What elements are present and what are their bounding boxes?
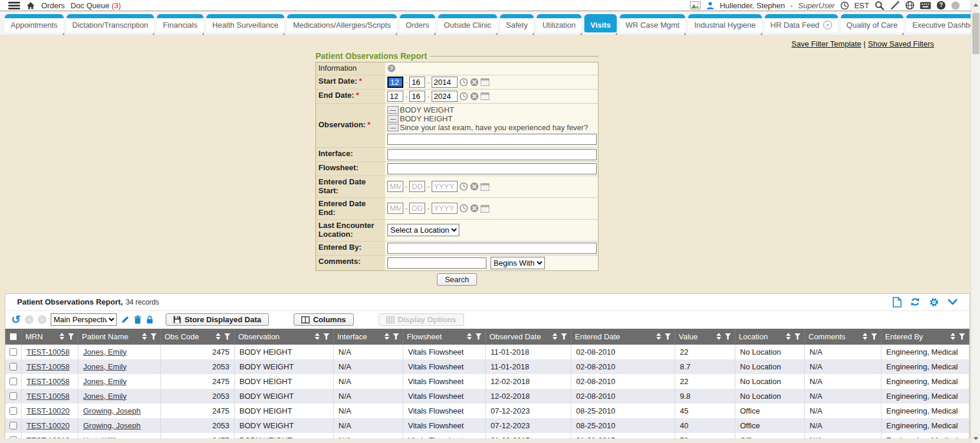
comments-match-select[interactable]: Begins With	[491, 257, 545, 269]
user-icon[interactable]	[706, 1, 715, 10]
filter-funnel-icon[interactable]	[794, 333, 801, 340]
home-icon[interactable]	[26, 1, 35, 10]
row-checkbox[interactable]	[9, 348, 17, 356]
tab-industrial-hygiene[interactable]: Industrial Hygiene	[688, 14, 761, 32]
end-date-year-input[interactable]	[432, 91, 458, 102]
start-date-month-input[interactable]	[387, 77, 403, 88]
column-header-entered-by[interactable]: Entered By	[882, 329, 969, 345]
entered-date-end-month-input[interactable]	[387, 203, 403, 214]
entered-date-end-year-input[interactable]	[432, 203, 458, 214]
search-icon[interactable]	[874, 1, 884, 11]
clear-date-icon[interactable]	[470, 92, 479, 101]
store-displayed-data-button[interactable]: Store Displayed Data	[166, 313, 269, 326]
column-header-value[interactable]: Value	[675, 329, 735, 345]
sort-icon[interactable]	[315, 333, 320, 340]
filter-funnel-icon[interactable]	[561, 333, 567, 340]
tab-outside-clinic[interactable]: Outside Clinic	[438, 14, 497, 32]
column-header-observation[interactable]: Observation	[235, 329, 334, 345]
tab-visits[interactable]: Visits	[584, 14, 616, 32]
tab-medications-allergies-scripts[interactable]: Medications/Allergies/Scripts	[287, 14, 397, 32]
entered-date-start-year-input[interactable]	[432, 181, 458, 192]
scroll-up-arrow[interactable]	[971, 0, 980, 9]
patient-name-link[interactable]: Growing, Joseph	[83, 406, 141, 415]
time-picker-icon[interactable]	[459, 92, 468, 101]
sort-icon[interactable]	[553, 333, 557, 340]
mrn-link[interactable]: TEST-10058	[27, 392, 70, 401]
new-document-icon[interactable]	[893, 297, 902, 308]
photo-icon[interactable]	[690, 1, 701, 9]
tab-financials[interactable]: Financials	[157, 14, 203, 32]
entered-by-input[interactable]	[387, 243, 597, 254]
collapse-chevron-icon[interactable]	[948, 298, 958, 306]
entered-date-start-month-input[interactable]	[387, 181, 403, 192]
location-select[interactable]: Select a Location	[387, 224, 459, 236]
calendar-icon[interactable]	[481, 204, 489, 213]
remove-observation-button[interactable]: —	[387, 124, 399, 131]
reset-perspective-icon[interactable]: ↺	[11, 314, 21, 325]
column-header-flowsheet[interactable]: Flowsheet	[403, 329, 486, 345]
filter-funnel-icon[interactable]	[393, 333, 399, 340]
sort-icon[interactable]	[384, 333, 389, 340]
column-header-obs-code[interactable]: Obs Code	[161, 329, 235, 345]
sort-icon[interactable]	[716, 333, 721, 340]
time-picker-icon[interactable]	[459, 182, 468, 191]
sort-icon[interactable]	[786, 333, 791, 340]
filter-funnel-icon[interactable]	[725, 333, 731, 340]
column-header-entered-date[interactable]: Entered Date	[571, 329, 675, 345]
perspective-select[interactable]: Main Perspective	[51, 313, 117, 326]
save-filter-template-link[interactable]: Save Filter Template	[791, 39, 861, 48]
edit-perspective-icon[interactable]	[121, 315, 130, 324]
tab-utilization[interactable]: Utilization	[537, 14, 581, 32]
select-all-checkbox[interactable]	[9, 333, 17, 340]
sort-icon[interactable]	[216, 333, 221, 340]
mrn-link[interactable]: TEST-10058	[27, 348, 70, 356]
row-checkbox[interactable]	[9, 422, 17, 429]
clear-date-icon[interactable]	[470, 204, 479, 213]
settings-gear-icon[interactable]	[929, 297, 939, 308]
menu-icon[interactable]	[8, 2, 20, 9]
tab-dictation-transcription[interactable]: Dictation/Transcription	[67, 14, 154, 32]
filter-funnel-icon[interactable]	[665, 333, 671, 340]
tab-wr-case-mgmt[interactable]: WR Case Mgmt	[620, 14, 686, 32]
tab-quality-of-care[interactable]: Quality of Care	[841, 14, 904, 32]
end-date-month-input[interactable]	[387, 91, 403, 102]
column-header-patient-name[interactable]: Patient Name	[78, 329, 161, 345]
row-checkbox[interactable]	[9, 363, 17, 371]
start-date-year-input[interactable]	[432, 77, 458, 88]
comments-input[interactable]	[387, 257, 486, 269]
row-checkbox[interactable]	[9, 407, 17, 415]
end-date-day-input[interactable]	[409, 91, 425, 102]
clear-date-icon[interactable]	[470, 182, 479, 191]
topbar-item-doc-queue[interactable]: Doc Queue (3)	[71, 1, 121, 10]
tab-health-surveillance[interactable]: Health Surveillance	[206, 14, 284, 32]
filter-funnel-icon[interactable]	[959, 333, 965, 340]
patient-name-link[interactable]: Jones, Emily	[83, 377, 127, 386]
sort-icon[interactable]	[60, 333, 64, 340]
interface-input[interactable]	[387, 149, 597, 160]
mrn-link[interactable]: TEST-10058	[27, 362, 70, 371]
horizontal-scrollbar[interactable]	[0, 438, 971, 443]
scroll-down-arrow[interactable]	[971, 434, 980, 443]
tab-safety[interactable]: Safety	[500, 14, 534, 32]
vertical-scrollbar[interactable]	[971, 0, 980, 443]
wand-icon[interactable]	[890, 1, 900, 10]
sort-icon[interactable]	[863, 333, 867, 340]
patient-name-link[interactable]: Jones, Emily	[83, 362, 127, 371]
time-picker-icon[interactable]	[459, 78, 468, 87]
tab-executive-dashboard[interactable]: Executive Dashboard↗	[906, 14, 980, 32]
calendar-icon[interactable]	[481, 78, 489, 86]
sort-icon[interactable]	[142, 333, 147, 340]
column-header-location[interactable]: Location	[735, 329, 805, 345]
observation-search-input[interactable]	[387, 134, 597, 145]
remove-observation-button[interactable]: —	[387, 106, 399, 114]
patient-name-link[interactable]: Jones, Emily	[83, 348, 127, 356]
calendar-icon[interactable]	[481, 183, 489, 191]
keyboard-icon[interactable]	[920, 2, 931, 9]
column-header-comments[interactable]: Comments	[805, 329, 882, 345]
lock-perspective-icon[interactable]	[146, 315, 154, 324]
globe-icon[interactable]	[905, 1, 915, 10]
topbar-item-orders[interactable]: Orders	[41, 1, 65, 10]
filter-funnel-icon[interactable]	[68, 333, 74, 340]
tab-hr-data-feed[interactable]: HR Data Feed↗	[765, 14, 838, 32]
row-checkbox[interactable]	[9, 392, 17, 400]
